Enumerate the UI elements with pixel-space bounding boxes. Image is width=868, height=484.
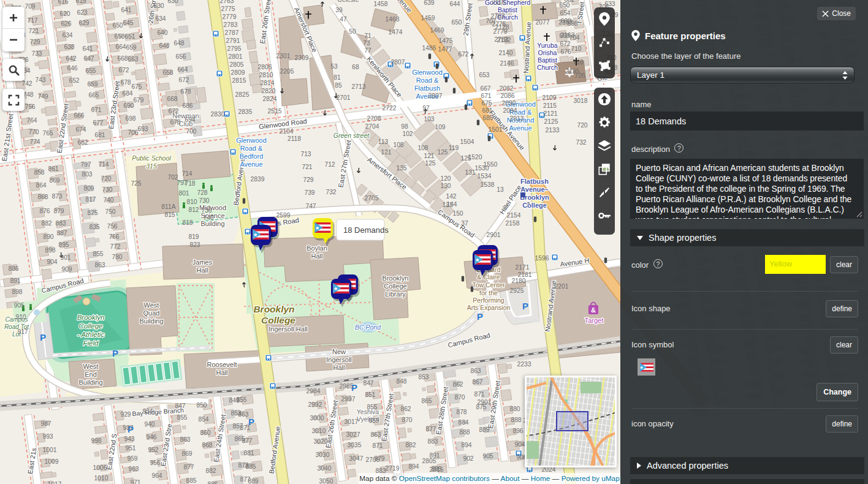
svg-text:946: 946 bbox=[146, 434, 156, 441]
svg-text:823: 823 bbox=[189, 241, 200, 248]
svg-text:1504: 1504 bbox=[460, 138, 474, 145]
svg-text:886: 886 bbox=[8, 265, 18, 272]
svg-text:98: 98 bbox=[401, 123, 408, 130]
svg-text:2985: 2985 bbox=[340, 383, 354, 390]
svg-text:894: 894 bbox=[408, 463, 419, 470]
svg-text:Flatbush: Flatbush bbox=[414, 85, 440, 92]
svg-text:898: 898 bbox=[12, 289, 22, 295]
svg-text:641: 641 bbox=[121, 7, 131, 13]
svg-text:2146: 2146 bbox=[500, 60, 514, 67]
svg-text:676: 676 bbox=[560, 48, 571, 55]
svg-text:2901: 2901 bbox=[487, 232, 501, 238]
svg-text:726: 726 bbox=[574, 72, 585, 79]
svg-text:672: 672 bbox=[458, 51, 468, 58]
svg-text:732: 732 bbox=[326, 189, 336, 195]
svg-text:882: 882 bbox=[405, 442, 416, 448]
svg-text:889: 889 bbox=[479, 426, 489, 433]
svg-text:870: 870 bbox=[402, 417, 412, 423]
svg-text:869: 869 bbox=[49, 177, 59, 184]
svg-text:2839: 2839 bbox=[251, 176, 265, 183]
svg-text:2722: 2722 bbox=[383, 105, 397, 112]
svg-text:2713: 2713 bbox=[352, 83, 366, 90]
svg-text:Orisha: Orisha bbox=[538, 49, 557, 56]
svg-text:130: 130 bbox=[440, 183, 451, 189]
svg-text:Field: Field bbox=[83, 339, 99, 347]
svg-text:756: 756 bbox=[25, 104, 35, 110]
svg-text:2309: 2309 bbox=[295, 55, 309, 61]
svg-text:2077: 2077 bbox=[536, 19, 550, 26]
svg-text:873: 873 bbox=[51, 193, 62, 200]
svg-text:718: 718 bbox=[573, 59, 583, 66]
svg-text:Road &: Road & bbox=[416, 77, 439, 84]
svg-text:2807: 2807 bbox=[391, 59, 405, 66]
svg-text:Celeste: Celeste bbox=[338, 0, 359, 3]
svg-text:651: 651 bbox=[124, 33, 135, 40]
svg-text:863: 863 bbox=[238, 411, 248, 418]
svg-text:664: 664 bbox=[115, 43, 126, 50]
svg-text:750: 750 bbox=[105, 208, 115, 215]
svg-text:879: 879 bbox=[374, 455, 384, 462]
svg-text:109: 109 bbox=[435, 124, 445, 130]
svg-text:943: 943 bbox=[124, 436, 134, 442]
svg-text:Flatbush: Flatbush bbox=[520, 178, 549, 185]
svg-text:730: 730 bbox=[102, 186, 112, 193]
svg-text:855: 855 bbox=[93, 251, 103, 257]
svg-text:672: 672 bbox=[168, 108, 178, 115]
svg-text:3040: 3040 bbox=[318, 465, 332, 472]
svg-text:956: 956 bbox=[150, 459, 160, 466]
svg-text:2118: 2118 bbox=[492, 0, 505, 6]
svg-text:2787: 2787 bbox=[225, 29, 239, 36]
svg-text:1469: 1469 bbox=[430, 27, 444, 34]
svg-text:2835: 2835 bbox=[238, 108, 253, 115]
svg-text:1001: 1001 bbox=[43, 447, 57, 453]
svg-text:642: 642 bbox=[66, 55, 76, 62]
svg-text:732: 732 bbox=[576, 139, 586, 146]
svg-text:684: 684 bbox=[122, 90, 132, 97]
svg-text:685: 685 bbox=[482, 115, 493, 121]
svg-text:2118: 2118 bbox=[287, 135, 301, 142]
svg-text:879: 879 bbox=[53, 208, 64, 214]
svg-text:2810: 2810 bbox=[259, 72, 273, 78]
svg-text:623: 623 bbox=[77, 9, 87, 16]
svg-text:2783: 2783 bbox=[224, 21, 238, 28]
svg-text:68: 68 bbox=[352, 64, 359, 70]
svg-text:2997: 2997 bbox=[341, 396, 356, 403]
svg-text:125: 125 bbox=[425, 160, 435, 167]
svg-text:993: 993 bbox=[42, 433, 53, 440]
svg-text:863: 863 bbox=[470, 368, 481, 374]
svg-text:Road &: Road & bbox=[240, 145, 263, 152]
svg-text:37: 37 bbox=[461, 220, 468, 227]
svg-text:859: 859 bbox=[368, 417, 379, 424]
svg-text:743: 743 bbox=[35, 77, 45, 83]
svg-text:883: 883 bbox=[55, 220, 66, 227]
svg-text:780: 780 bbox=[112, 254, 122, 260]
svg-text:P: P bbox=[40, 332, 46, 342]
svg-text:693: 693 bbox=[137, 126, 148, 132]
svg-text:Arts Expansion: Arts Expansion bbox=[467, 304, 511, 311]
svg-text:810: 810 bbox=[186, 199, 197, 205]
svg-text:641: 641 bbox=[82, 45, 93, 52]
svg-text:&: & bbox=[591, 306, 596, 314]
svg-text:891: 891 bbox=[10, 278, 20, 284]
svg-text:901: 901 bbox=[60, 254, 70, 261]
svg-text:Tow Center: Tow Center bbox=[472, 281, 505, 289]
svg-text:886: 886 bbox=[207, 481, 218, 484]
svg-text:1530: 1530 bbox=[475, 165, 489, 172]
svg-text:854: 854 bbox=[198, 416, 208, 423]
svg-text:714: 714 bbox=[181, 170, 192, 177]
svg-text:71: 71 bbox=[364, 32, 371, 39]
svg-text:Brooklyn: Brooklyn bbox=[383, 274, 409, 282]
svg-text:New: New bbox=[332, 348, 346, 355]
svg-text:629: 629 bbox=[78, 20, 89, 26]
svg-text:882: 882 bbox=[41, 220, 51, 227]
svg-text:686: 686 bbox=[182, 102, 192, 109]
svg-text:Boylan: Boylan bbox=[306, 244, 327, 252]
svg-text:1501: 1501 bbox=[489, 126, 503, 133]
svg-text:855: 855 bbox=[367, 404, 377, 410]
svg-text:861: 861 bbox=[48, 165, 58, 172]
svg-text:881: 881 bbox=[243, 450, 254, 456]
svg-text:College: College bbox=[384, 282, 406, 290]
svg-text:Yuruba: Yuruba bbox=[537, 42, 557, 49]
svg-text:3047: 3047 bbox=[349, 455, 364, 462]
svg-text:2128: 2128 bbox=[495, 24, 509, 31]
